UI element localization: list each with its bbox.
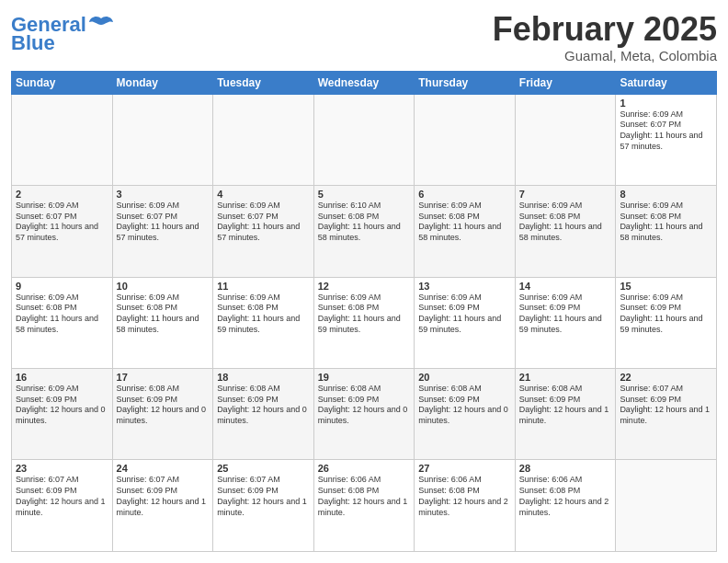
day-header-tuesday: Tuesday — [213, 71, 314, 94]
calendar-week-row: 1Sunrise: 6:09 AMSunset: 6:07 PMDaylight… — [12, 94, 717, 185]
day-info: Daylight: 12 hours and 1 minute. — [217, 497, 310, 518]
day-info: Sunrise: 6:09 AM — [16, 293, 108, 304]
day-info: Daylight: 11 hours and 58 minutes. — [519, 222, 612, 243]
day-info: Daylight: 11 hours and 58 minutes. — [16, 314, 108, 335]
month-title: February 2025 — [493, 11, 717, 48]
day-info: Daylight: 12 hours and 0 minutes. — [318, 405, 411, 426]
day-info: Daylight: 11 hours and 57 minutes. — [620, 131, 712, 152]
day-number: 22 — [620, 372, 712, 383]
calendar-cell — [213, 94, 314, 185]
day-info: Sunrise: 6:08 AM — [519, 384, 612, 395]
day-info: Sunrise: 6:07 AM — [620, 384, 712, 395]
calendar-cell: 6Sunrise: 6:09 AMSunset: 6:08 PMDaylight… — [415, 186, 516, 277]
day-info: Sunset: 6:08 PM — [217, 303, 310, 314]
calendar-cell: 2Sunrise: 6:09 AMSunset: 6:07 PMDaylight… — [12, 186, 113, 277]
day-number: 20 — [418, 372, 511, 383]
calendar-header-row: SundayMondayTuesdayWednesdayThursdayFrid… — [12, 71, 717, 94]
day-header-monday: Monday — [112, 71, 213, 94]
day-info: Sunrise: 6:09 AM — [519, 293, 612, 304]
page: General Blue February 2025 Guamal, Meta,… — [0, 0, 728, 563]
day-number: 1 — [620, 98, 712, 109]
day-number: 10 — [117, 281, 210, 292]
day-info: Sunset: 6:09 PM — [16, 395, 108, 406]
calendar-body: 1Sunrise: 6:09 AMSunset: 6:07 PMDaylight… — [12, 94, 717, 551]
calendar-week-row: 23Sunrise: 6:07 AMSunset: 6:09 PMDayligh… — [12, 460, 717, 552]
day-info: Sunrise: 6:08 AM — [117, 384, 210, 395]
calendar-cell — [415, 94, 516, 185]
calendar-cell: 19Sunrise: 6:08 AMSunset: 6:09 PMDayligh… — [313, 369, 415, 460]
day-info: Daylight: 11 hours and 58 minutes. — [318, 222, 411, 243]
day-info: Daylight: 12 hours and 1 minute. — [117, 497, 210, 518]
day-number: 26 — [318, 463, 411, 474]
calendar-cell: 7Sunrise: 6:09 AMSunset: 6:08 PMDaylight… — [515, 186, 616, 277]
day-number: 27 — [418, 463, 511, 474]
day-number: 24 — [117, 463, 210, 474]
day-number: 5 — [318, 189, 411, 200]
logo-bird-icon — [88, 15, 114, 35]
day-info: Sunset: 6:09 PM — [620, 395, 712, 406]
day-info: Sunrise: 6:06 AM — [418, 475, 511, 486]
day-info: Sunrise: 6:09 AM — [620, 201, 712, 212]
calendar-cell: 11Sunrise: 6:09 AMSunset: 6:08 PMDayligh… — [213, 277, 314, 368]
day-number: 6 — [418, 189, 511, 200]
calendar-cell: 18Sunrise: 6:08 AMSunset: 6:09 PMDayligh… — [213, 369, 314, 460]
day-info: Daylight: 12 hours and 1 minute. — [519, 405, 612, 426]
day-info: Sunset: 6:09 PM — [217, 486, 310, 497]
day-info: Sunset: 6:08 PM — [418, 486, 511, 497]
calendar-cell: 14Sunrise: 6:09 AMSunset: 6:09 PMDayligh… — [515, 277, 616, 368]
day-info: Daylight: 11 hours and 59 minutes. — [217, 314, 310, 335]
calendar-cell: 21Sunrise: 6:08 AMSunset: 6:09 PMDayligh… — [515, 369, 616, 460]
day-number: 21 — [519, 372, 612, 383]
day-number: 14 — [519, 281, 612, 292]
day-info: Sunset: 6:09 PM — [620, 303, 712, 314]
day-info: Daylight: 11 hours and 58 minutes. — [117, 314, 210, 335]
day-number: 13 — [418, 281, 511, 292]
day-number: 7 — [519, 189, 612, 200]
day-header-thursday: Thursday — [415, 71, 516, 94]
day-info: Sunset: 6:09 PM — [418, 395, 511, 406]
calendar-week-row: 9Sunrise: 6:09 AMSunset: 6:08 PMDaylight… — [12, 277, 717, 368]
day-number: 11 — [217, 281, 310, 292]
day-info: Sunset: 6:08 PM — [16, 303, 108, 314]
day-info: Sunrise: 6:07 AM — [217, 475, 310, 486]
day-info: Sunrise: 6:10 AM — [318, 201, 411, 212]
day-info: Sunset: 6:09 PM — [217, 395, 310, 406]
day-info: Daylight: 11 hours and 59 minutes. — [418, 314, 511, 335]
day-info: Daylight: 11 hours and 57 minutes. — [117, 222, 210, 243]
day-info: Daylight: 12 hours and 1 minute. — [16, 497, 108, 518]
day-info: Sunset: 6:08 PM — [519, 212, 612, 223]
day-number: 25 — [217, 463, 310, 474]
day-info: Daylight: 12 hours and 2 minutes. — [519, 497, 612, 518]
calendar-cell: 5Sunrise: 6:10 AMSunset: 6:08 PMDaylight… — [313, 186, 415, 277]
day-info: Daylight: 11 hours and 58 minutes. — [418, 222, 511, 243]
calendar-cell: 16Sunrise: 6:09 AMSunset: 6:09 PMDayligh… — [12, 369, 113, 460]
day-info: Daylight: 12 hours and 0 minutes. — [217, 405, 310, 426]
day-info: Sunset: 6:09 PM — [418, 303, 511, 314]
calendar-cell: 13Sunrise: 6:09 AMSunset: 6:09 PMDayligh… — [415, 277, 516, 368]
calendar-cell: 20Sunrise: 6:08 AMSunset: 6:09 PMDayligh… — [415, 369, 516, 460]
day-info: Daylight: 11 hours and 59 minutes. — [318, 314, 411, 335]
calendar-cell: 24Sunrise: 6:07 AMSunset: 6:09 PMDayligh… — [112, 460, 213, 552]
calendar-table: SundayMondayTuesdayWednesdayThursdayFrid… — [11, 71, 717, 552]
calendar-cell: 22Sunrise: 6:07 AMSunset: 6:09 PMDayligh… — [616, 369, 717, 460]
day-info: Sunset: 6:07 PM — [620, 120, 712, 131]
day-header-saturday: Saturday — [616, 71, 717, 94]
calendar-cell: 1Sunrise: 6:09 AMSunset: 6:07 PMDaylight… — [616, 94, 717, 185]
calendar-cell: 15Sunrise: 6:09 AMSunset: 6:09 PMDayligh… — [616, 277, 717, 368]
day-info: Sunrise: 6:09 AM — [117, 293, 210, 304]
calendar-week-row: 2Sunrise: 6:09 AMSunset: 6:07 PMDaylight… — [12, 186, 717, 277]
logo: General Blue — [11, 15, 114, 55]
day-number: 8 — [620, 189, 712, 200]
day-info: Sunrise: 6:09 AM — [620, 109, 712, 121]
calendar-cell: 28Sunrise: 6:06 AMSunset: 6:08 PMDayligh… — [515, 460, 616, 552]
day-info: Sunrise: 6:09 AM — [418, 201, 511, 212]
day-number: 12 — [318, 281, 411, 292]
day-number: 2 — [16, 189, 108, 200]
day-info: Sunset: 6:09 PM — [117, 486, 210, 497]
day-header-wednesday: Wednesday — [313, 71, 415, 94]
day-info: Daylight: 12 hours and 0 minutes. — [117, 405, 210, 426]
day-info: Sunrise: 6:09 AM — [217, 293, 310, 304]
day-info: Sunset: 6:09 PM — [519, 395, 612, 406]
day-info: Sunrise: 6:09 AM — [519, 201, 612, 212]
day-number: 19 — [318, 372, 411, 383]
